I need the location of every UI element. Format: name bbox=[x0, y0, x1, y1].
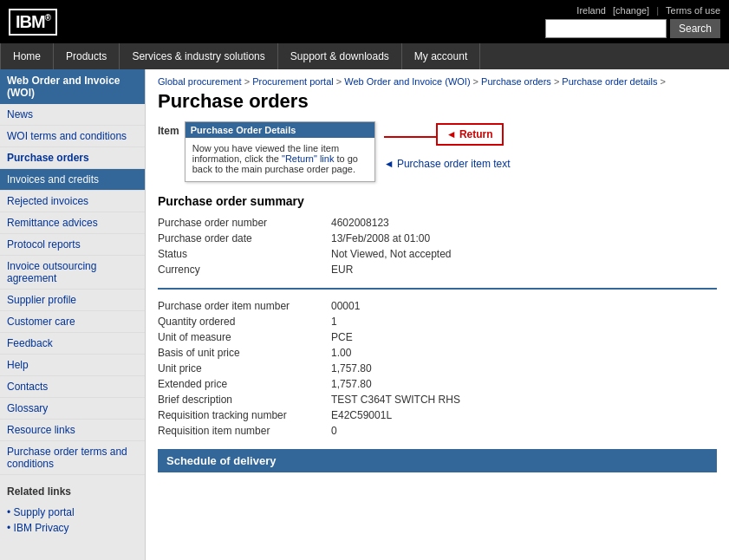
details-table: Purchase order item number 00001 Quantit… bbox=[158, 298, 717, 439]
nav-products[interactable]: Products bbox=[54, 43, 120, 69]
detail-row-7: Requisition tracking number E42C59001L bbox=[158, 407, 717, 423]
detail-value-0: 00001 bbox=[331, 300, 360, 312]
separator: | bbox=[656, 5, 659, 16]
section-divider bbox=[158, 288, 717, 290]
sidebar-item-invoice-outsourcing[interactable]: Invoice outsourcing agreement bbox=[0, 256, 145, 290]
nav-myaccount[interactable]: My account bbox=[402, 43, 480, 69]
ibm-logo: IBM® bbox=[9, 9, 57, 36]
tooltip-area: Item Purchase Order Details Now you have… bbox=[158, 121, 717, 182]
sidebar-item-woi-terms[interactable]: WOI terms and conditions bbox=[0, 126, 145, 147]
sidebar-item-invoices[interactable]: Invoices and credits bbox=[0, 169, 145, 191]
detail-row-2: Unit of measure PCE bbox=[158, 329, 717, 345]
arrow-line bbox=[384, 136, 436, 138]
detail-value-2: PCE bbox=[331, 331, 353, 343]
detail-row-5: Extended price 1,757.80 bbox=[158, 376, 717, 392]
sidebar-item-rejected[interactable]: Rejected invoices bbox=[0, 191, 145, 212]
summary-value-0: 4602008123 bbox=[331, 217, 389, 229]
sidebar-item-help[interactable]: Help bbox=[0, 355, 145, 376]
detail-label-2: Unit of measure bbox=[158, 331, 331, 343]
content-area: Global procurement > Procurement portal … bbox=[146, 69, 729, 560]
page-title: Purchase orders bbox=[158, 90, 717, 113]
sidebar-item-remittance[interactable]: Remittance advices bbox=[0, 212, 145, 234]
summary-value-2: Not Viewed, Not accepted bbox=[331, 248, 452, 260]
return-arrow-row: ◄ Return bbox=[384, 123, 504, 151]
registered-mark: ® bbox=[45, 13, 50, 23]
detail-value-5: 1,757.80 bbox=[331, 378, 372, 390]
sidebar-item-po-terms[interactable]: Purchase order terms and conditions bbox=[0, 441, 145, 475]
nav-home[interactable]: Home bbox=[0, 43, 54, 69]
summary-label-1: Purchase order date bbox=[158, 232, 331, 244]
search-button[interactable]: Search bbox=[670, 19, 720, 38]
sidebar-related-supply-portal[interactable]: Supply portal bbox=[0, 505, 145, 520]
summary-title: Purchase order summary bbox=[158, 194, 717, 208]
detail-row-0: Purchase order item number 00001 bbox=[158, 298, 717, 314]
detail-value-3: 1.00 bbox=[331, 347, 351, 359]
sidebar-item-glossary[interactable]: Glossary bbox=[0, 398, 145, 420]
change-region-link[interactable]: [change] bbox=[613, 5, 649, 16]
detail-label-3: Basis of unit price bbox=[158, 347, 331, 359]
right-actions: ◄ Return ◄ Purchase order item text bbox=[384, 121, 511, 170]
top-bar: IBM® Ireland [change] | Terms of use Sea… bbox=[0, 0, 729, 43]
schedule-header: Schedule of delivery bbox=[158, 449, 717, 472]
detail-value-1: 1 bbox=[331, 316, 337, 328]
detail-row-3: Basis of unit price 1.00 bbox=[158, 345, 717, 361]
terms-of-use-link[interactable]: Terms of use bbox=[666, 5, 720, 16]
summary-row-0: Purchase order number 4602008123 bbox=[158, 215, 717, 231]
detail-value-6: TEST C364T SWITCH RHS bbox=[331, 394, 460, 406]
top-bar-links: Ireland [change] | Terms of use bbox=[576, 5, 720, 16]
summary-label-2: Status bbox=[158, 248, 331, 260]
sidebar-item-purchase-orders[interactable]: Purchase orders bbox=[0, 147, 145, 169]
sidebar-item-protocol[interactable]: Protocol reports bbox=[0, 234, 145, 256]
detail-row-4: Unit price 1,757.80 bbox=[158, 361, 717, 376]
top-bar-right: Ireland [change] | Terms of use Search bbox=[545, 5, 720, 38]
logo-area: IBM® bbox=[9, 9, 57, 36]
sidebar-related-ibm-privacy[interactable]: IBM Privacy bbox=[0, 520, 145, 536]
breadcrumb: Global procurement > Procurement portal … bbox=[158, 76, 717, 87]
summary-row-2: Status Not Viewed, Not accepted bbox=[158, 246, 717, 262]
sidebar-item-contacts[interactable]: Contacts bbox=[0, 376, 145, 398]
po-item-text-link[interactable]: ◄ Purchase order item text bbox=[384, 158, 511, 170]
breadcrumb-woi[interactable]: Web Order and Invoice (WOI) bbox=[344, 76, 470, 87]
detail-value-4: 1,757.80 bbox=[331, 362, 372, 374]
region-label: Ireland bbox=[576, 5, 606, 16]
summary-label-0: Purchase order number bbox=[158, 217, 331, 229]
summary-row-3: Currency EUR bbox=[158, 262, 717, 277]
detail-label-1: Quantity ordered bbox=[158, 316, 331, 328]
breadcrumb-purchase-orders[interactable]: Purchase orders bbox=[481, 76, 551, 87]
related-links-header: Related links bbox=[0, 479, 145, 505]
detail-label-0: Purchase order item number bbox=[158, 300, 331, 312]
summary-value-3: EUR bbox=[331, 264, 353, 276]
detail-label-4: Unit price bbox=[158, 362, 331, 374]
detail-value-8: 0 bbox=[331, 425, 337, 437]
sidebar-item-customer-care[interactable]: Customer care bbox=[0, 311, 145, 333]
breadcrumb-global-procurement[interactable]: Global procurement bbox=[158, 76, 242, 87]
detail-row-1: Quantity ordered 1 bbox=[158, 314, 717, 329]
popup-header: Purchase Order Details bbox=[186, 122, 374, 138]
detail-label-5: Extended price bbox=[158, 378, 331, 390]
detail-row-6: Brief description TEST C364T SWITCH RHS bbox=[158, 392, 717, 407]
sidebar-item-feedback[interactable]: Feedback bbox=[0, 333, 145, 355]
summary-row-1: Purchase order date 13/Feb/2008 at 01:00 bbox=[158, 231, 717, 246]
nav-services[interactable]: Services & industry solutions bbox=[120, 43, 277, 69]
summary-value-1: 13/Feb/2008 at 01:00 bbox=[331, 232, 430, 244]
popup-return-link[interactable]: "Return" link bbox=[282, 153, 334, 164]
sidebar-item-resource-links[interactable]: Resource links bbox=[0, 420, 145, 441]
detail-value-7: E42C59001L bbox=[331, 409, 392, 421]
popup-box: Purchase Order Details Now you have view… bbox=[185, 121, 375, 182]
breadcrumb-procurement-portal[interactable]: Procurement portal bbox=[252, 76, 334, 87]
detail-label-7: Requisition tracking number bbox=[158, 409, 331, 421]
nav-bar: Home Products Services & industry soluti… bbox=[0, 43, 729, 69]
search-input[interactable] bbox=[545, 19, 667, 38]
nav-support[interactable]: Support & downloads bbox=[278, 43, 402, 69]
detail-label-8: Requisition item number bbox=[158, 425, 331, 437]
search-row: Search bbox=[545, 19, 720, 38]
summary-table: Purchase order number 4602008123 Purchas… bbox=[158, 215, 717, 277]
summary-label-3: Currency bbox=[158, 264, 331, 276]
return-button[interactable]: ◄ Return bbox=[436, 123, 504, 146]
item-label: Item bbox=[158, 121, 179, 137]
sidebar-item-news[interactable]: News bbox=[0, 104, 145, 126]
breadcrumb-po-details[interactable]: Purchase order details bbox=[562, 76, 657, 87]
sidebar: Web Order and Invoice (WOI) News WOI ter… bbox=[0, 69, 146, 560]
sidebar-item-supplier-profile[interactable]: Supplier profile bbox=[0, 290, 145, 311]
detail-label-6: Brief description bbox=[158, 394, 331, 406]
